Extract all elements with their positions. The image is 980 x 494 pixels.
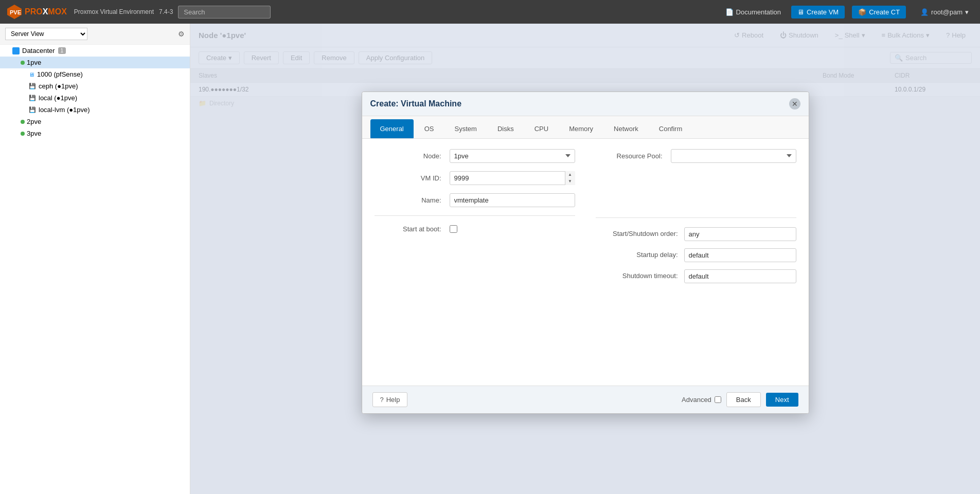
proxmox-logo: PVE [6,4,23,20]
resource-pool-select[interactable] [671,149,796,162]
tab-os[interactable]: OS [415,119,444,138]
node-select[interactable]: 1pve [450,149,575,162]
top-header: PVE PROXMOX Proxmox Virtual Environment … [0,0,980,24]
next-btn[interactable]: Next [766,392,798,406]
create-ct-btn[interactable]: 📦 Create CT [852,6,906,19]
name-input[interactable] [450,193,575,207]
node-3pve-label: 3pve [27,130,41,137]
advanced-check-wrap: Advanced [682,395,721,403]
datacenter-icon [12,47,20,54]
storage-ceph-label: ceph (●1pve) [39,82,78,90]
name-form-row: Name: [375,193,575,207]
main-layout: Server View ⚙ Datacenter 1 1pve 🖥 1000 (… [0,24,980,494]
modal-footer: ? Help Advanced Back Next [362,385,809,413]
tab-disks[interactable]: Disks [488,119,524,138]
modal-close-icon: ✕ [792,99,798,107]
storage-ceph-icon: 💾 [29,83,36,89]
version-num: 7.4-3 [159,8,173,15]
storage-local-lvm-icon: 💾 [29,106,36,113]
vmid-label: VM ID: [375,174,441,181]
sidebar-item-local-lvm[interactable]: 💾 local-lvm (●1pve) [0,104,190,116]
create-vm-icon: 🖥 [797,8,804,16]
right-col-spacer [596,171,796,195]
global-search-input[interactable] [178,6,271,19]
tab-memory[interactable]: Memory [559,119,603,138]
sidebar-item-local[interactable]: 💾 local (●1pve) [0,92,190,104]
start-shutdown-label: Start/Shutdown order: [596,227,678,237]
sidebar: Server View ⚙ Datacenter 1 1pve 🖥 1000 (… [0,24,190,494]
vm-icon: 🖥 [29,71,34,78]
modal-container: Create: Virtual Machine ✕ General OS Sys… [362,91,809,413]
vmid-up-arrow[interactable]: ▲ [565,171,575,178]
footer-left: ? Help [372,392,408,407]
tab-network-label: Network [614,124,638,132]
form-col-right: Resource Pool: [596,149,796,290]
vm-1000-label: 1000 (pfSense) [37,70,83,78]
create-vm-label: Create VM [807,8,839,16]
node-3pve-status-icon [21,132,25,136]
logo-brand: PROXMOX [25,7,67,16]
node-2pve-label: 2pve [27,118,41,125]
modal-close-btn[interactable]: ✕ [789,98,800,109]
storage-local-icon: 💾 [29,95,36,101]
start-at-boot-label: Start at boot: [375,225,441,232]
node-2pve-status-icon [21,120,25,124]
tab-system[interactable]: System [445,119,487,138]
create-ct-icon: 📦 [858,8,866,16]
user-icon: 👤 [920,8,929,16]
node-label: Node: [375,152,441,159]
sidebar-item-3pve[interactable]: 3pve [0,127,190,139]
server-view-select[interactable]: Server View [5,28,87,40]
form-divider [375,215,575,215]
shutdown-timeout-label: Shutdown timeout: [596,269,678,279]
footer-right: Advanced Back Next [682,392,798,407]
storage-local-lvm-label: local-lvm (●1pve) [39,106,90,114]
help-btn-label: Help [386,395,400,403]
vmid-input-wrap: ▲ ▼ [450,171,575,185]
user-btn[interactable]: 👤 root@pam ▾ [915,6,974,18]
user-label: root@pam [931,8,963,16]
form-col-left: Node: 1pve VM ID: [375,149,575,290]
modal-tabs: General OS System Disks CPU Memory [362,116,809,138]
startup-delay-input[interactable] [684,248,796,262]
tab-cpu[interactable]: CPU [525,119,558,138]
content-area: Node '●1pve' ↺ Reboot ⏻ Shutdown >_ Shel… [190,24,980,494]
right-col-spacer2 [596,195,796,212]
start-shutdown-input[interactable] [684,227,796,241]
sidebar-gear-icon[interactable]: ⚙ [178,30,185,38]
tab-confirm[interactable]: Confirm [649,119,692,138]
shutdown-timeout-input[interactable] [684,269,796,283]
modal-body: Node: 1pve VM ID: [362,138,809,385]
tab-network[interactable]: Network [604,119,648,138]
vmid-down-arrow[interactable]: ▼ [565,178,575,185]
advanced-checkbox[interactable] [715,396,721,402]
tab-general[interactable]: General [370,119,414,138]
documentation-icon: 📄 [725,8,734,16]
datacenter-label: Datacenter [22,47,55,54]
sidebar-item-datacenter[interactable]: Datacenter 1 [0,45,190,57]
sidebar-item-2pve[interactable]: 2pve [0,116,190,127]
sidebar-item-1pve[interactable]: 1pve [0,57,190,68]
tab-disks-label: Disks [497,124,514,132]
shutdown-timeout-form-row: Shutdown timeout: [596,269,796,283]
name-label: Name: [375,196,441,204]
resource-pool-form-row: Resource Pool: [596,149,796,162]
vmid-input[interactable] [450,171,575,185]
tab-general-label: General [380,124,404,132]
user-chevron-icon: ▾ [965,8,969,16]
documentation-btn[interactable]: 📄 Documentation [720,6,786,18]
startup-delay-label: Startup delay: [596,248,678,258]
create-ct-label: Create CT [869,8,900,16]
help-btn[interactable]: ? Help [372,392,408,407]
back-btn[interactable]: Back [726,392,761,407]
sidebar-item-1000-pfsense[interactable]: 🖥 1000 (pfSense) [0,68,190,80]
vmid-arrows: ▲ ▼ [565,171,575,185]
tab-system-label: System [455,124,477,132]
start-at-boot-form-row: Start at boot: [375,225,575,232]
create-vm-btn[interactable]: 🖥 Create VM [791,6,845,19]
modal-title: Create: Virtual Machine [370,99,462,108]
tab-cpu-label: CPU [534,124,548,132]
start-at-boot-checkbox[interactable] [450,225,457,232]
logo-area: PVE PROXMOX [6,4,67,20]
sidebar-item-ceph[interactable]: 💾 ceph (●1pve) [0,80,190,92]
